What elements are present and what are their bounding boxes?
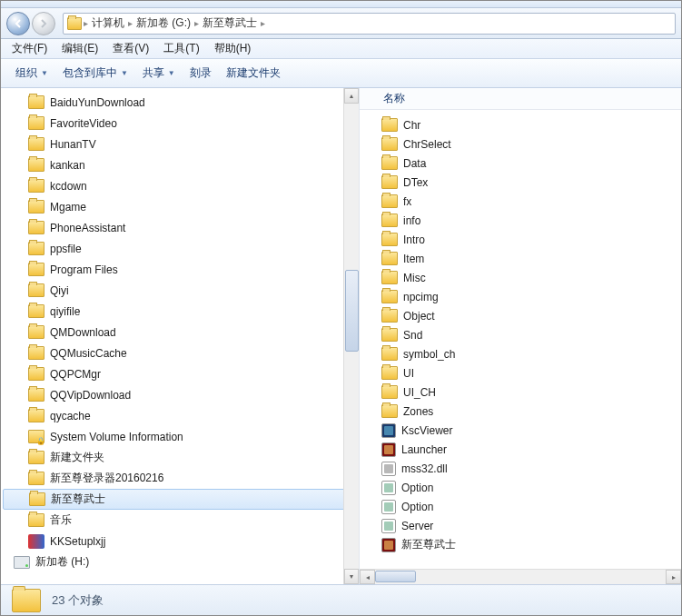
scroll-right-button[interactable]: ▸ [666,570,681,584]
tree-item-label: qycache [50,410,91,422]
tree-item[interactable]: ppsfile [1,238,359,259]
burn-button[interactable]: 刻录 [183,62,219,84]
folder-icon [28,346,44,360]
status-bar: 23 个对象 [1,584,681,615]
tree-item[interactable]: QQMusicCache [1,343,359,363]
file-item[interactable]: Item [360,249,681,268]
tree-item[interactable]: kcdown [1,175,359,196]
file-item[interactable]: npcimg [360,287,681,306]
tree-item[interactable]: 新加卷 (H:) [1,551,359,572]
breadcrumb-segment[interactable]: 计算机 [88,15,128,31]
tree-item[interactable]: Mgame [1,196,359,217]
column-header-name[interactable]: 名称 [360,88,681,110]
file-item[interactable]: info [360,211,681,230]
tree-item[interactable]: HunanTV [1,134,359,154]
folder-icon [381,404,398,418]
file-item[interactable]: Option [360,478,681,497]
file-item[interactable]: Intro [360,230,681,249]
tree-item[interactable]: BaiduYunDownload [1,92,359,113]
tree-item[interactable]: QQPCMgr [1,363,359,384]
burn-label: 刻录 [190,65,212,81]
new-folder-button[interactable]: 新建文件夹 [219,62,288,84]
folder-icon [381,156,398,170]
horizontal-scrollbar[interactable]: ◂ ▸ [360,569,681,584]
file-item[interactable]: Data [360,154,681,173]
file-item[interactable]: Option [360,497,681,516]
file-item[interactable]: Chr [360,115,681,134]
file-item-label: symbol_ch [403,348,455,361]
breadcrumb-bar[interactable]: ▸ 计算机 ▸ 新加卷 (G:) ▸ 新至尊武士 ▸ [63,13,676,35]
tree-item[interactable]: Program Files [1,259,359,280]
folder-icon [28,179,44,193]
vertical-scrollbar[interactable]: ▴ ▾ [343,88,359,584]
file-item[interactable]: UI_CH [360,383,681,402]
file-item[interactable]: symbol_ch [360,344,681,363]
toolbar: 组织▼ 包含到库中▼ 共享▼ 刻录 新建文件夹 [1,59,681,88]
tree-item[interactable]: Qiyi [1,280,359,301]
menu-edit[interactable]: 编辑(E) [54,39,105,58]
breadcrumb-segment[interactable]: 新加卷 (G:) [133,15,194,31]
file-item-label: Option [401,501,433,513]
menu-view[interactable]: 查看(V) [105,39,156,58]
scroll-track[interactable] [375,570,666,584]
file-item[interactable]: ChrSelect [360,134,681,154]
breadcrumb-segment[interactable]: 新至尊武士 [199,15,261,31]
tree-item[interactable]: FavoriteVideo [1,113,359,134]
tree-item-label: FavoriteVideo [50,117,117,130]
organize-button[interactable]: 组织▼ [8,62,55,84]
file-item[interactable]: 新至尊武士 [360,535,681,554]
tree-item[interactable]: kankan [1,154,359,175]
chevron-down-icon: ▼ [121,69,128,77]
file-list[interactable]: ChrChrSelectDataDTexfxinfoIntroItemMiscn… [360,110,681,569]
file-item-label: Option [401,482,433,494]
menu-bar: 文件(F) 编辑(E) 查看(V) 工具(T) 帮助(H) [1,39,681,59]
file-item[interactable]: fx [360,192,681,211]
navigation-tree[interactable]: BaiduYunDownloadFavoriteVideoHunanTVkank… [1,88,360,584]
file-item[interactable]: Launcher [360,440,681,459]
file-item[interactable]: Snd [360,325,681,344]
folder-icon [381,175,398,189]
folder-icon [28,200,44,214]
menu-file[interactable]: 文件(F) [5,39,54,58]
share-button[interactable]: 共享▼ [135,62,183,84]
folder-icon [28,242,44,255]
menu-help[interactable]: 帮助(H) [207,39,259,58]
tree-item-label: 新至尊武士 [51,492,105,507]
folder-icon [28,137,44,151]
tree-item[interactable]: qiyifile [1,301,359,322]
file-item[interactable]: UI [360,363,681,383]
tree-item[interactable]: 新至尊武士 [3,489,357,510]
nav-forward-button[interactable] [32,12,55,35]
file-item[interactable]: Misc [360,268,681,287]
scroll-left-button[interactable]: ◂ [360,570,375,584]
app-icon [381,423,396,438]
tree-item[interactable]: QQVipDownload [1,384,359,405]
tree-item[interactable]: QMDownload [1,322,359,343]
menu-tools[interactable]: 工具(T) [156,39,206,58]
file-item[interactable]: Zones [360,402,681,421]
scroll-thumb[interactable] [375,571,416,582]
nav-back-button[interactable] [6,12,30,35]
file-item[interactable]: Server [360,516,681,535]
tree-item[interactable]: KKSetuplxjj [1,531,359,551]
include-library-button[interactable]: 包含到库中▼ [55,62,135,84]
folder-icon [12,589,41,612]
file-item[interactable]: KscViewer [360,421,681,440]
tree-item[interactable]: PhoneAssistant [1,217,359,238]
folder-icon [381,118,398,132]
folder-icon [28,158,44,172]
tree-item-label: QQMusicCache [50,347,127,360]
file-item-label: KscViewer [401,424,452,437]
tree-item[interactable]: System Volume Information [1,426,359,447]
file-item[interactable]: mss32.dll [360,459,681,478]
tree-item[interactable]: 音乐 [1,510,359,531]
file-item[interactable]: Object [360,306,681,325]
scroll-thumb[interactable] [345,270,359,352]
tree-item[interactable]: 新建文件夹 [1,447,359,468]
scroll-down-button[interactable]: ▾ [344,569,359,584]
tree-item[interactable]: 新至尊登录器20160216 [1,468,359,489]
tree-item[interactable]: qycache [1,405,359,426]
file-item[interactable]: DTex [360,173,681,192]
chevron-down-icon: ▼ [41,69,48,77]
scroll-up-button[interactable]: ▴ [344,88,359,104]
